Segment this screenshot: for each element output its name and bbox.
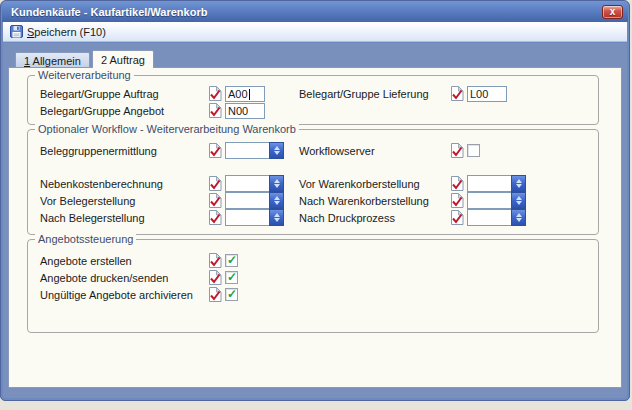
belegart-auftrag-input[interactable]: A00 bbox=[225, 86, 265, 102]
close-button[interactable]: x bbox=[602, 5, 623, 19]
field-row-angebote-drucken: Angebote drucken/senden bbox=[40, 269, 299, 286]
field-row-belegart-auftrag: Belegart/Gruppe Auftrag A00 bbox=[40, 85, 299, 102]
document-red-check-icon[interactable] bbox=[208, 270, 222, 285]
up-down-arrows-icon[interactable] bbox=[269, 192, 284, 209]
document-red-check-icon[interactable] bbox=[208, 287, 222, 302]
field-label: Vor Belegerstellung bbox=[40, 195, 204, 207]
nach-druckprozess-spinner bbox=[467, 209, 526, 226]
nach-warenkorberstellung-spinner bbox=[467, 192, 526, 209]
document-red-check-icon[interactable] bbox=[208, 143, 222, 158]
up-down-arrows-icon[interactable] bbox=[269, 209, 284, 226]
up-down-arrows-icon[interactable] bbox=[511, 209, 526, 226]
group-title: Weiterverarbeitung bbox=[35, 69, 134, 81]
up-down-arrows-icon[interactable] bbox=[511, 175, 526, 192]
field-row-belegart-lieferung: Belegart/Gruppe Lieferung L00 bbox=[299, 85, 590, 102]
vor-warenkorberstellung-input[interactable] bbox=[467, 175, 511, 192]
window-title: Kundenkäufe - Kaufartikel/Warenkorb bbox=[11, 6, 207, 18]
toolbar: Speichern (F10) bbox=[3, 22, 627, 42]
text-caret bbox=[249, 89, 250, 100]
up-down-arrows-icon[interactable] bbox=[511, 192, 526, 209]
document-red-check-icon[interactable] bbox=[208, 210, 222, 225]
angebote-erstellen-checkbox[interactable] bbox=[225, 254, 238, 267]
title-bar[interactable]: Kundenkäufe - Kaufartikel/Warenkorb x bbox=[2, 1, 628, 22]
floppy-disk-icon bbox=[10, 25, 23, 38]
field-label: Angebote erstellen bbox=[40, 255, 204, 267]
field-label: Workflowserver bbox=[299, 145, 446, 157]
belegart-angebot-input[interactable]: N00 bbox=[225, 103, 265, 119]
field-label: Belegart/Gruppe Lieferung bbox=[299, 88, 446, 100]
field-label: Angebote drucken/senden bbox=[40, 272, 204, 284]
nach-warenkorberstellung-input[interactable] bbox=[467, 192, 511, 209]
field-row-nach-belegerstellung: Nach Belegerstellung bbox=[40, 209, 299, 226]
nach-belegerstellung-spinner bbox=[225, 209, 284, 226]
up-down-arrows-icon[interactable] bbox=[269, 142, 284, 159]
angebote-drucken-checkbox[interactable] bbox=[225, 271, 238, 284]
save-button[interactable]: Speichern (F10) bbox=[7, 24, 112, 39]
save-button-label: Speichern (F10) bbox=[27, 26, 106, 38]
nebenkostenberechnung-spinner bbox=[225, 175, 284, 192]
tab-auftrag[interactable]: 2 Auftrag bbox=[92, 50, 154, 68]
document-red-check-icon[interactable] bbox=[208, 253, 222, 268]
field-row-nach-druckprozess: Nach Druckprozess bbox=[299, 209, 590, 226]
field-row-angebote-archivieren: Ungültige Angebote archivieren bbox=[40, 286, 299, 303]
up-down-arrows-icon[interactable] bbox=[269, 175, 284, 192]
angebote-archivieren-checkbox[interactable] bbox=[225, 288, 238, 301]
field-row-belegart-angebot: Belegart/Gruppe Angebot N00 bbox=[40, 102, 299, 119]
document-red-check-icon[interactable] bbox=[450, 193, 464, 208]
nach-druckprozess-input[interactable] bbox=[467, 209, 511, 226]
vor-belegerstellung-input[interactable] bbox=[225, 192, 269, 209]
field-label: Nebenkostenberechnung bbox=[40, 178, 204, 190]
group-title: Angebotssteuerung bbox=[35, 233, 136, 245]
field-label: Belegart/Gruppe Angebot bbox=[40, 105, 204, 117]
group-title: Optionaler Workflow - Weiterverarbeitung… bbox=[35, 123, 299, 135]
field-label: Nach Druckprozess bbox=[299, 212, 446, 224]
document-red-check-icon[interactable] bbox=[450, 176, 464, 191]
document-red-check-icon[interactable] bbox=[208, 103, 222, 118]
dialog-client-area: 1 Allgemein 2 Auftrag Weiterverarbeitung… bbox=[3, 43, 627, 398]
document-red-check-icon[interactable] bbox=[450, 143, 464, 158]
field-row-workflowserver: Workflowserver bbox=[299, 142, 590, 159]
nebenkostenberechnung-input[interactable] bbox=[225, 175, 269, 192]
field-row-vor-warenkorberstellung: Vor Warenkorberstellung bbox=[299, 175, 590, 192]
field-label: Beleggruppenermittlung bbox=[40, 145, 204, 157]
close-icon: x bbox=[610, 6, 616, 17]
field-row-nebenkostenberechnung: Nebenkostenberechnung bbox=[40, 175, 299, 192]
workflowserver-checkbox[interactable] bbox=[467, 144, 480, 157]
vor-belegerstellung-spinner bbox=[225, 192, 284, 209]
belegart-lieferung-input[interactable]: L00 bbox=[467, 86, 507, 102]
vor-warenkorberstellung-spinner bbox=[467, 175, 526, 192]
field-row-beleggruppenermittlung: Beleggruppenermittlung bbox=[40, 142, 299, 159]
field-label: Ungültige Angebote archivieren bbox=[40, 289, 204, 301]
group-angebotssteuerung: Angebotssteuerung Angebote erstellen An bbox=[27, 239, 599, 333]
tab-strip: 1 Allgemein 2 Auftrag bbox=[8, 49, 622, 67]
field-label: Nach Belegerstellung bbox=[40, 212, 204, 224]
field-label: Vor Warenkorberstellung bbox=[299, 178, 446, 190]
document-red-check-icon[interactable] bbox=[208, 193, 222, 208]
document-red-check-icon[interactable] bbox=[208, 86, 222, 101]
field-row-angebote-erstellen: Angebote erstellen bbox=[40, 252, 299, 269]
field-label: Belegart/Gruppe Auftrag bbox=[40, 88, 204, 100]
document-red-check-icon[interactable] bbox=[208, 176, 222, 191]
field-label: Nach Warenkorberstellung bbox=[299, 195, 446, 207]
beleggruppenermittlung-spinner bbox=[225, 142, 284, 159]
document-red-check-icon[interactable] bbox=[450, 86, 464, 101]
dialog-window: Kundenkäufe - Kaufartikel/Warenkorb x Sp… bbox=[0, 0, 630, 401]
document-red-check-icon[interactable] bbox=[450, 210, 464, 225]
group-weiterverarbeitung: Weiterverarbeitung Belegart/Gruppe Auftr… bbox=[27, 75, 599, 125]
group-optionaler-workflow: Optionaler Workflow - Weiterverarbeitung… bbox=[27, 129, 599, 235]
beleggruppenermittlung-input[interactable] bbox=[225, 142, 269, 159]
nach-belegerstellung-input[interactable] bbox=[225, 209, 269, 226]
field-row-vor-belegerstellung: Vor Belegerstellung bbox=[40, 192, 299, 209]
tab-allgemein[interactable]: 1 Allgemein bbox=[15, 52, 90, 67]
field-row-nach-warenkorberstellung: Nach Warenkorberstellung bbox=[299, 192, 590, 209]
tab-page-auftrag: Weiterverarbeitung Belegart/Gruppe Auftr… bbox=[8, 67, 622, 388]
